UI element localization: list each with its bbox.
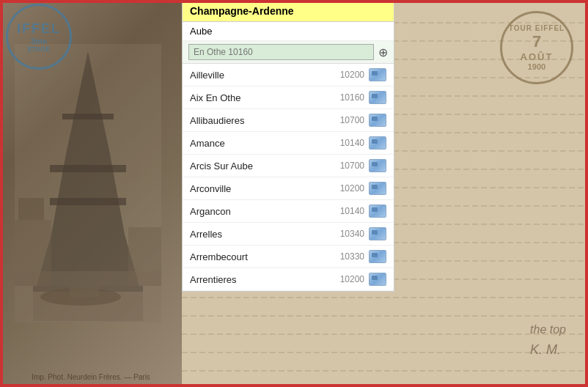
- list-item-name: Amance: [190, 138, 340, 149]
- cursive-line2: K. M.: [530, 342, 566, 358]
- list-item[interactable]: Amance10140: [183, 132, 394, 155]
- stamp-right-year: 1900: [528, 62, 545, 71]
- list-item-name: Allibaudieres: [190, 115, 340, 126]
- list-item-name: Arcis Sur Aube: [190, 161, 340, 172]
- list-item-name: Arrembecourt: [190, 251, 340, 262]
- list-item-flag: [369, 91, 386, 104]
- stamp-left-line1: IFFEL: [17, 21, 61, 37]
- stamp-right: TOUR EIFFEL 7 AOÛT 1900: [500, 11, 573, 84]
- list-item-code: 10330: [340, 251, 364, 262]
- list-item-code: 10700: [340, 161, 364, 171]
- search-input[interactable]: En Othe 10160: [188, 44, 374, 60]
- list-item-flag: [369, 273, 386, 286]
- stamp-right-month: AOÛT: [521, 51, 554, 62]
- region-label: Champagne-Ardenne: [190, 5, 294, 17]
- list-item[interactable]: Arrembecourt10330: [183, 246, 394, 268]
- svg-rect-13: [15, 220, 51, 286]
- stamp-right-title: TOUR EIFFEL: [509, 24, 565, 32]
- list-item-code: 10200: [340, 274, 364, 284]
- dropdown-subheader: Aube: [183, 22, 394, 41]
- cursive-line1: the top: [530, 323, 566, 336]
- list-item-flag: [369, 68, 386, 81]
- line-20: [182, 370, 588, 372]
- list-item-flag: [369, 136, 386, 150]
- list-item-code: 10340: [340, 229, 364, 239]
- list-item[interactable]: Ailleville10200: [183, 64, 394, 86]
- stamp-left-line3: ÉTAGE: [28, 45, 50, 53]
- list-item-flag: [369, 182, 386, 195]
- list-item-name: Ailleville: [190, 70, 340, 81]
- eiffel-tower-image: [15, 44, 161, 322]
- cursive-writing: the top K. M.: [530, 323, 566, 358]
- line-16: [182, 297, 588, 298]
- list-item-code: 10700: [340, 115, 364, 125]
- list-item-flag: [369, 227, 386, 240]
- stamp-right-number: 7: [532, 32, 541, 51]
- svg-rect-5: [50, 165, 126, 172]
- list-item-name: Argancon: [190, 206, 340, 217]
- list-item[interactable]: Arrentieres10200: [183, 268, 394, 291]
- list-item-name: Arrentieres: [190, 274, 340, 285]
- list-item[interactable]: Argancon10140: [183, 200, 394, 223]
- svg-rect-14: [18, 198, 44, 220]
- list-item-name: Arconville: [190, 183, 340, 194]
- line-18: [182, 333, 588, 335]
- svg-rect-15: [128, 227, 161, 286]
- svg-rect-3: [62, 114, 114, 119]
- list-item-code: 10160: [340, 92, 364, 103]
- line-17: [182, 315, 588, 317]
- stamp-left: IFFEL 3me ÉTAGE: [6, 4, 72, 70]
- list-item[interactable]: Arrelles10340: [183, 223, 394, 246]
- list-item[interactable]: Arconville10200: [183, 177, 394, 200]
- list-item-flag: [369, 204, 386, 218]
- svg-rect-12: [70, 286, 99, 297]
- dropdown-header: Champagne-Ardenne: [183, 1, 394, 22]
- svg-rect-6: [50, 198, 126, 205]
- search-icon: ⊕: [378, 45, 388, 59]
- list-item[interactable]: Allibaudieres10700: [183, 109, 394, 132]
- dropdown-list: Ailleville10200Aix En Othe10160Allibaudi…: [183, 64, 394, 291]
- stamp-left-line2: 3me: [31, 37, 47, 45]
- search-bar: En Othe 10160 ⊕: [183, 41, 394, 64]
- list-item-code: 10140: [340, 138, 364, 148]
- photo-caption: Imp. Phot. Neurdein Frères. — Paris: [7, 373, 174, 381]
- dropdown-panel: Champagne-Ardenne Aube En Othe 10160 ⊕ A…: [182, 0, 394, 292]
- line-19: [182, 352, 588, 353]
- list-item[interactable]: Aix En Othe10160: [183, 86, 394, 109]
- list-item-name: Arrelles: [190, 229, 340, 240]
- photo-background: IFFEL 3me ÉTAGE Imp. Phot. Neurdein Frèr…: [0, 0, 182, 387]
- list-item-code: 10140: [340, 206, 364, 216]
- list-item-code: 10200: [340, 70, 364, 80]
- list-item[interactable]: Arcis Sur Aube10700: [183, 155, 394, 177]
- list-item-name: Aix En Othe: [190, 92, 340, 103]
- list-item-code: 10200: [340, 183, 364, 194]
- list-item-flag: [369, 159, 386, 172]
- department-label: Aube: [190, 26, 212, 37]
- list-item-flag: [369, 114, 386, 127]
- list-item-flag: [369, 250, 386, 263]
